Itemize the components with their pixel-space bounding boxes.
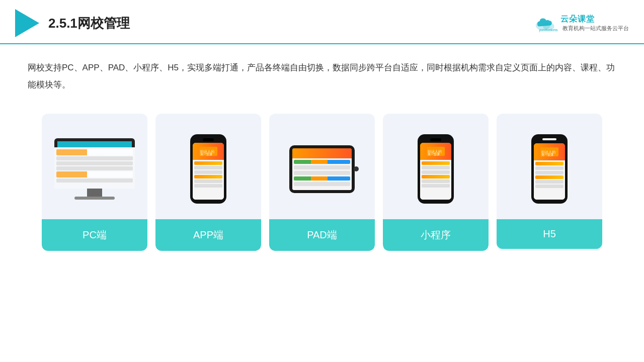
- phone-row-3: [194, 170, 222, 174]
- h5-row-1: [535, 162, 564, 165]
- header: 2.5.1网校管理 yunduoketang.com 云朵课堂 教育机构一站式服…: [0, 0, 644, 44]
- card-mini: 职达人的 第一堂课: [383, 114, 489, 251]
- card-pad-label: PAD端: [269, 219, 375, 251]
- phone-row-1: [194, 161, 222, 165]
- card-h5-image: 职达人的 第一堂课: [497, 114, 602, 219]
- logo-icon: [15, 9, 39, 37]
- phone-screen-top-h5: 职达人的 第一堂课: [534, 143, 565, 160]
- phone-banner-app: 职达人的 第一堂课: [199, 147, 217, 156]
- card-pad: PAD端: [269, 114, 375, 251]
- tablet-body: [289, 145, 355, 193]
- phone-notch-app: [203, 138, 214, 141]
- phone-screen-content-mini: [420, 160, 451, 200]
- h5-row-5: [535, 180, 564, 184]
- tablet-row-5: [294, 182, 350, 186]
- mini-row-1: [422, 161, 450, 165]
- cloud-icon: yunduoketang.com: [533, 14, 557, 32]
- h5-row-2: [535, 166, 564, 170]
- phone-notch-mini: [430, 138, 441, 141]
- svg-text:第一堂课: 第一堂课: [428, 153, 440, 156]
- brand-slogan: 教育机构一站式服务云平台: [562, 25, 629, 32]
- card-pad-image: [269, 114, 375, 219]
- tablet-home-btn: [354, 166, 359, 171]
- tablet-mockup: [289, 145, 355, 193]
- card-mini-label: 小程序: [383, 219, 489, 251]
- page-title: 2.5.1网校管理: [48, 15, 130, 32]
- h5-notch-bar: [542, 138, 556, 140]
- h5-row-6: [535, 185, 564, 188]
- mini-row-6: [422, 184, 450, 188]
- card-h5: 职达人的 第一堂课: [497, 114, 602, 251]
- svg-text:yunduoketang.com: yunduoketang.com: [539, 28, 557, 32]
- tablet-screen-body: [292, 158, 352, 190]
- pc-row-2: [56, 156, 133, 160]
- pc-mockup: [54, 138, 135, 200]
- card-mini-image: 职达人的 第一堂课: [383, 114, 489, 219]
- phone-screen-top-app: 职达人的 第一堂课: [193, 143, 224, 160]
- mini-phone-body: 职达人的 第一堂课: [418, 134, 454, 204]
- cards-container: PC端 职达人的 第一堂课: [0, 99, 644, 266]
- description-text: 网校支持PC、APP、PAD、小程序、H5，实现多端打通，产品各终端自由切换，数…: [0, 44, 644, 99]
- card-app: 职达人的 第一堂课: [155, 114, 261, 251]
- pc-row-1: [56, 149, 133, 155]
- tablet-row-4: [294, 176, 350, 180]
- header-right: yunduoketang.com 云朵课堂 教育机构一站式服务云平台: [533, 14, 629, 32]
- tablet-screen-top: [292, 148, 352, 159]
- phone-mockup-h5: 职达人的 第一堂课: [531, 134, 568, 204]
- phone-row-6: [194, 184, 222, 188]
- tablet-screen: [292, 148, 352, 190]
- pc-monitor: [54, 138, 135, 189]
- card-pc-label: PC端: [42, 219, 147, 251]
- phone-row-5: [194, 179, 222, 183]
- tablet-row-2: [294, 165, 350, 169]
- phone-banner-mini: 职达人的 第一堂课: [427, 147, 445, 156]
- header-left: 2.5.1网校管理: [15, 9, 130, 37]
- svg-text:第一堂课: 第一堂课: [541, 153, 553, 156]
- phone-mockup-app: 职达人的 第一堂课: [190, 134, 226, 204]
- phone-screen-mini: 职达人的 第一堂课: [420, 143, 451, 200]
- phone-row-4: [194, 175, 222, 178]
- phone-screen-h5: 职达人的 第一堂课: [534, 143, 565, 200]
- pc-base: [74, 197, 115, 200]
- mini-row-2: [422, 166, 450, 169]
- phone-screen-content-app: [193, 160, 224, 200]
- pc-screen: [57, 141, 132, 186]
- pc-row-6: [56, 178, 133, 183]
- brand-text: 云朵课堂 教育机构一站式服务云平台: [560, 14, 629, 32]
- phone-screen-content-h5: [534, 160, 565, 200]
- mini-row-4: [422, 175, 450, 178]
- mini-row-3: [422, 170, 450, 174]
- tablet-row-1: [294, 160, 350, 164]
- svg-text:第一堂课: 第一堂课: [200, 153, 212, 156]
- h5-phone-body: 职达人的 第一堂课: [531, 134, 568, 204]
- mini-row-5: [422, 179, 450, 183]
- card-app-image: 职达人的 第一堂课: [155, 114, 261, 219]
- card-pc-image: [42, 114, 147, 219]
- pc-stand: [87, 189, 102, 197]
- phone-row-2: [194, 166, 222, 169]
- card-app-label: APP端: [155, 219, 261, 251]
- phone-banner-h5: 职达人的 第一堂课: [540, 147, 558, 156]
- card-pc: PC端: [42, 114, 147, 251]
- pc-row-5: [56, 171, 133, 177]
- h5-row-4: [535, 175, 564, 179]
- phone-body-app: 职达人的 第一堂课: [190, 134, 226, 204]
- brand-name: 云朵课堂: [560, 14, 595, 25]
- brand-logo: yunduoketang.com 云朵课堂 教育机构一站式服务云平台: [533, 14, 629, 32]
- pc-screen-content: [54, 147, 135, 189]
- pc-row-4: [56, 166, 133, 170]
- phone-screen-app: 职达人的 第一堂课: [193, 143, 224, 200]
- pc-row-3: [56, 161, 133, 165]
- h5-row-3: [535, 171, 564, 174]
- phone-screen-top-mini: 职达人的 第一堂课: [420, 143, 451, 160]
- card-h5-label: H5: [497, 219, 602, 249]
- tablet-row-3: [294, 171, 350, 175]
- phone-mockup-mini: 职达人的 第一堂课: [418, 134, 454, 204]
